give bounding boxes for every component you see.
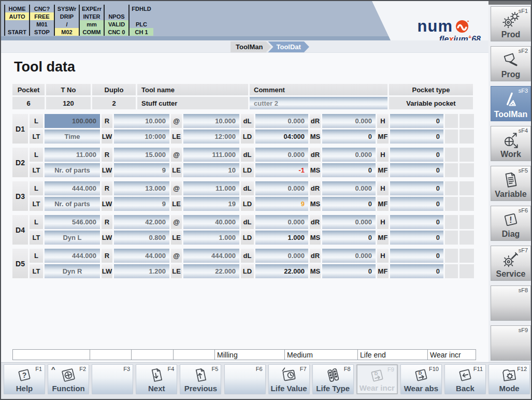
fkey-f7-life-value[interactable]: F7Life Value (268, 364, 310, 394)
value-D2-H[interactable]: 0 (390, 148, 443, 162)
function-icon (59, 366, 78, 384)
value-D4-MF[interactable]: 0 (390, 231, 443, 245)
sidebar-label: Variable (491, 190, 530, 199)
fkey-number: F4 (167, 366, 174, 372)
value-D4-MS[interactable]: 0 (322, 231, 376, 245)
sidebar-item-work[interactable]: sF4Work (491, 126, 531, 161)
field-label-D4-at: @ (171, 215, 182, 229)
breadcrumb-tooldat[interactable]: ToolDat (268, 41, 309, 52)
value-D4-dL[interactable]: 0.000 (255, 215, 308, 229)
flag-cell-D2-life-0 (445, 163, 458, 177)
value-D4-R[interactable]: 42.000 (114, 215, 169, 229)
sidebar-item-variable[interactable]: sF5Variable (491, 166, 531, 201)
flag-cell-D5-life-0 (445, 264, 458, 278)
value-D1-dR[interactable]: 0.000 (322, 114, 376, 128)
value-D2-dR[interactable]: 0.000 (322, 148, 376, 162)
value-D2-at[interactable]: 111.000 (183, 148, 239, 162)
fkey-f11-back[interactable]: F11Back (444, 364, 486, 394)
value-D1-LE[interactable]: 12:000 (183, 130, 239, 144)
flag-cell-D3-geo-0 (445, 181, 458, 195)
value-D1-MS[interactable]: 0 (322, 130, 376, 144)
field-label-D3-LW: LW (102, 197, 112, 211)
value-D3-dR[interactable]: 0.000 (322, 181, 376, 195)
fkey-number: F5 (212, 366, 219, 372)
value-D2-L[interactable]: 11.000 (45, 148, 100, 162)
value-D2-MF[interactable]: 0 (390, 163, 443, 177)
comment-field[interactable]: cutter 2 (250, 97, 387, 109)
value-D3-R[interactable]: 13.000 (114, 181, 169, 195)
value-D3-LD[interactable]: 9 (255, 197, 308, 211)
value-D1-H[interactable]: 0 (390, 114, 443, 128)
value-D5-LW[interactable]: 1.200 (114, 264, 169, 278)
sidebar-item-diag[interactable]: sF6!Diag (491, 206, 531, 241)
value-D4-LD[interactable]: 1.000 (255, 231, 308, 245)
value-D5-dL[interactable]: 0.000 (255, 249, 308, 263)
value-D2-LW[interactable]: 9 (114, 163, 169, 177)
value-D1-L-selected[interactable]: 100.000 (45, 114, 100, 128)
field-label-D2-L: L (30, 148, 43, 162)
value-D1-dL[interactable]: 0.000 (255, 114, 308, 128)
value-D1-LD[interactable]: 04:000 (255, 130, 308, 144)
fkey-f12-mode[interactable]: F12Mode (488, 364, 530, 394)
value-D2-dL[interactable]: 0.000 (255, 148, 308, 162)
value-D2-LE[interactable]: 10 (183, 163, 239, 177)
fkey-f2-function[interactable]: F2^Function (48, 364, 89, 394)
value-D3-H[interactable]: 0 (390, 181, 443, 195)
value-D1-at[interactable]: 10.000 (183, 114, 239, 128)
value-D2-LT[interactable]: Nr. of parts (45, 163, 100, 177)
value-D5-LT[interactable]: Dyn R (45, 264, 100, 278)
value-D4-LE[interactable]: 1.000 (183, 231, 239, 245)
value-D4-L[interactable]: 546.000 (45, 215, 100, 229)
value-D2-LD[interactable]: -1 (255, 163, 308, 177)
value-D2-MS[interactable]: 0 (322, 163, 376, 177)
value-D3-at[interactable]: 11.000 (183, 181, 239, 195)
value-D4-LW[interactable]: 0.800 (114, 231, 169, 245)
value-D3-dL[interactable]: 0.000 (255, 181, 308, 195)
fkey-f4-next[interactable]: F4Next (136, 364, 177, 394)
sidebar-item-service[interactable]: sF7Service (491, 246, 531, 281)
flag-cell-D2-geo-1 (459, 148, 474, 162)
fkey-f6[interactable]: F6 (224, 364, 266, 394)
fkey-f1-help[interactable]: F1?Help (4, 364, 45, 394)
flag-cell-D2-geo-0 (445, 148, 458, 162)
value-D4-dR[interactable]: 0.000 (322, 215, 376, 229)
value-D1-R[interactable]: 10.000 (114, 114, 169, 128)
value-D4-H[interactable]: 0 (390, 215, 443, 229)
fkey-f3[interactable]: F3 (92, 364, 133, 394)
value-D5-MS[interactable]: 0 (322, 264, 376, 278)
value-D5-L[interactable]: 444.000 (45, 249, 100, 263)
status-cell-cnc-: CNC? (29, 5, 54, 12)
value-D2-R[interactable]: 15.000 (114, 148, 169, 162)
field-label-D1-LE: LE (171, 130, 182, 144)
sidebar-item-prod[interactable]: sF1Prod (491, 6, 531, 41)
value-D4-LT[interactable]: Dyn L (45, 231, 100, 245)
value-D5-LE[interactable]: 22.000 (183, 264, 239, 278)
fkey-f8-life-type[interactable]: F8Life Type (312, 364, 354, 394)
sidebar-item-toolman[interactable]: sF3ToolMan (491, 86, 531, 121)
value-D3-MS[interactable]: 0 (322, 197, 376, 211)
status-cell-mm: mm (79, 20, 104, 28)
value-D5-at[interactable]: 444.000 (183, 249, 239, 263)
value-D5-MF[interactable]: 0 (390, 264, 443, 278)
sidebar-item-sf8[interactable]: sF8 (491, 285, 531, 321)
sidebar-item-prog[interactable]: sF2Prog (491, 46, 531, 81)
value-D4-at[interactable]: 40.000 (183, 215, 239, 229)
value-D1-LW[interactable]: 10:000 (114, 130, 169, 144)
field-label-D3-at: @ (171, 181, 182, 195)
sidebar-item-sf9[interactable]: sF9 (491, 325, 531, 361)
value-D5-H[interactable]: 0 (390, 249, 443, 263)
value-D3-LW[interactable]: 9 (114, 197, 169, 211)
fkey-f5-previous[interactable]: F5Previous (180, 364, 221, 394)
value-D5-dR[interactable]: 0.000 (322, 249, 376, 263)
value-D3-L[interactable]: 444.000 (45, 181, 100, 195)
fkey-f10-wear-abs[interactable]: F10DWear abs (400, 364, 442, 394)
value-D5-LD[interactable]: 22.000 (255, 264, 308, 278)
value-D3-MF[interactable]: 0 (390, 197, 443, 211)
value-D1-LT[interactable]: Time (45, 130, 100, 144)
value-D3-LE[interactable]: 19 (183, 197, 239, 211)
value-D3-LT[interactable]: Nr. of parts (45, 197, 100, 211)
breadcrumb-toolman[interactable]: ToolMan (231, 41, 271, 52)
value-D1-MF[interactable]: 0 (390, 130, 443, 144)
value-D5-R[interactable]: 44.000 (114, 249, 169, 263)
footer-status-empty-1 (90, 350, 132, 360)
